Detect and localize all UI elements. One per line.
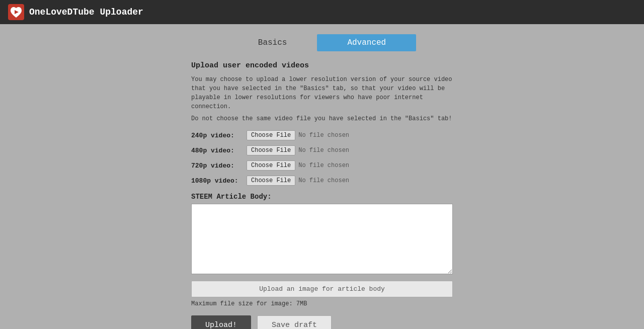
max-file-size-text: Maximum file size for image: 7MB — [191, 300, 453, 307]
choose-file-btn-480p[interactable]: Choose File — [247, 145, 295, 155]
section-title: Upload user encoded videos — [191, 61, 453, 70]
description-1: You may choose to upload a lower resolut… — [191, 75, 453, 111]
file-input-240p: Choose File No file chosen — [247, 130, 349, 140]
label-1080p: 1080p video: — [191, 177, 247, 185]
upload-button[interactable]: Upload! — [191, 315, 251, 329]
no-file-text-1080p: No file chosen — [298, 177, 349, 184]
no-file-text-480p: No file chosen — [298, 147, 349, 154]
file-input-480p: Choose File No file chosen — [247, 145, 349, 155]
label-720p: 720p video: — [191, 162, 247, 170]
file-input-1080p: Choose File No file chosen — [247, 176, 349, 186]
action-buttons: Upload! Save draft — [191, 315, 453, 329]
content-area: Upload user encoded videos You may choos… — [191, 61, 453, 329]
no-file-text-240p: No file chosen — [298, 132, 349, 139]
logo-icon — [8, 4, 24, 20]
file-row-1080p: 1080p video: Choose File No file chosen — [191, 176, 453, 186]
file-row-480p: 480p video: Choose File No file chosen — [191, 145, 453, 155]
main-content: Basics Advanced Upload user encoded vide… — [0, 24, 644, 329]
file-row-720p: 720p video: Choose File No file chosen — [191, 160, 453, 171]
warning-text: Do not choose the same video file you ha… — [191, 115, 453, 122]
file-row-240p: 240p video: Choose File No file chosen — [191, 130, 453, 140]
save-draft-button[interactable]: Save draft — [257, 315, 332, 329]
app-title: OneLoveDTube Uploader — [29, 7, 143, 17]
choose-file-btn-240p[interactable]: Choose File — [247, 130, 295, 140]
tab-advanced[interactable]: Advanced — [317, 34, 416, 51]
article-body-textarea[interactable] — [191, 204, 453, 274]
label-240p: 240p video: — [191, 132, 247, 139]
choose-file-btn-1080p[interactable]: Choose File — [247, 176, 295, 186]
article-body-label: STEEM Article Body: — [191, 193, 453, 201]
no-file-text-720p: No file chosen — [298, 162, 349, 169]
label-480p: 480p video: — [191, 147, 247, 154]
upload-image-button[interactable]: Upload an image for article body — [191, 281, 453, 297]
tab-bar: Basics Advanced — [228, 34, 416, 51]
logo: OneLoveDTube Uploader — [8, 4, 143, 20]
choose-file-btn-720p[interactable]: Choose File — [247, 160, 295, 171]
tab-basics[interactable]: Basics — [228, 34, 317, 51]
header: OneLoveDTube Uploader — [0, 0, 644, 24]
file-input-720p: Choose File No file chosen — [247, 160, 349, 171]
